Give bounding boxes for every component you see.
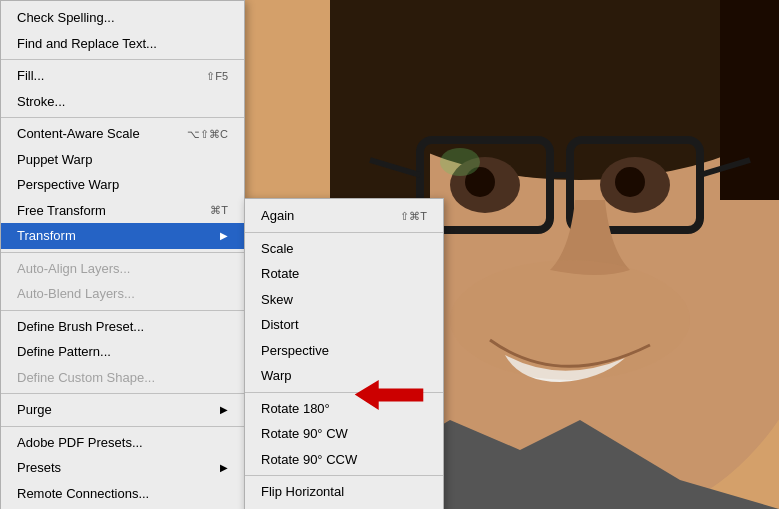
menu-overlay: Check Spelling... Find and Replace Text.… [0, 0, 779, 509]
menu-item-auto-align[interactable]: Auto-Align Layers... [1, 256, 244, 282]
separator-4 [1, 310, 244, 311]
menu-item-find-replace[interactable]: Find and Replace Text... [1, 31, 244, 57]
menu-item-free-transform[interactable]: Free Transform ⌘T [1, 198, 244, 224]
menu-item-puppet-warp[interactable]: Puppet Warp [1, 147, 244, 173]
primary-menu: Check Spelling... Find and Replace Text.… [0, 0, 245, 509]
menu-item-remote-connections[interactable]: Remote Connections... [1, 481, 244, 507]
submenu-item-perspective[interactable]: Perspective [245, 338, 443, 364]
submenu-item-rotate[interactable]: Rotate [245, 261, 443, 287]
menu-item-content-aware-scale[interactable]: Content-Aware Scale ⌥⇧⌘C [1, 121, 244, 147]
menu-item-define-brush[interactable]: Define Brush Preset... [1, 314, 244, 340]
submenu-item-distort[interactable]: Distort [245, 312, 443, 338]
submenu-item-flip-vertical[interactable]: Flip Vertical [245, 505, 443, 510]
separator-2 [1, 117, 244, 118]
menu-item-fill[interactable]: Fill... ⇧F5 [1, 63, 244, 89]
svg-marker-16 [355, 380, 424, 410]
separator-1 [1, 59, 244, 60]
arrow-annotation [354, 380, 424, 410]
menu-item-check-spelling[interactable]: Check Spelling... [1, 5, 244, 31]
submenu-item-flip-horizontal[interactable]: Flip Horizontal [245, 479, 443, 505]
separator-6 [1, 426, 244, 427]
submenu-item-rotate-90-cw[interactable]: Rotate 90° CW [245, 421, 443, 447]
transform-submenu: Again ⇧⌘T Scale Rotate Skew Distort Pers… [244, 198, 444, 509]
menu-item-adobe-pdf-presets[interactable]: Adobe PDF Presets... [1, 430, 244, 456]
menu-item-purge[interactable]: Purge ▶ [1, 397, 244, 423]
menu-item-perspective-warp[interactable]: Perspective Warp [1, 172, 244, 198]
submenu-item-rotate-90-ccw[interactable]: Rotate 90° CCW [245, 447, 443, 473]
menu-item-stroke[interactable]: Stroke... [1, 89, 244, 115]
submenu-item-again[interactable]: Again ⇧⌘T [245, 203, 443, 229]
menu-item-define-custom-shape[interactable]: Define Custom Shape... [1, 365, 244, 391]
separator-3 [1, 252, 244, 253]
menu-item-define-pattern[interactable]: Define Pattern... [1, 339, 244, 365]
menu-item-transform[interactable]: Transform ▶ [1, 223, 244, 249]
menu-item-auto-blend[interactable]: Auto-Blend Layers... [1, 281, 244, 307]
sub-separator-3 [245, 475, 443, 476]
submenu-item-scale[interactable]: Scale [245, 236, 443, 262]
red-arrow-icon [354, 380, 424, 410]
separator-5 [1, 393, 244, 394]
menu-item-presets[interactable]: Presets ▶ [1, 455, 244, 481]
submenu-item-skew[interactable]: Skew [245, 287, 443, 313]
sub-separator-1 [245, 232, 443, 233]
